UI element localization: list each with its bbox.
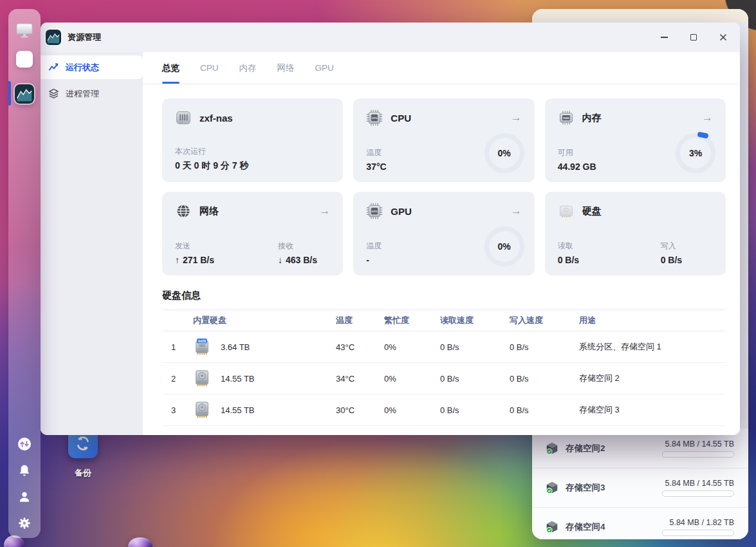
tab-memory[interactable]: 内存 — [239, 52, 257, 84]
user-icon[interactable] — [17, 490, 32, 504]
tab-cpu[interactable]: CPU — [200, 52, 219, 84]
arrow-right-icon[interactable]: → — [511, 111, 522, 124]
download-arrow: ↓ — [278, 255, 282, 265]
nas-device-icon — [175, 109, 192, 126]
disk-read: 0 B/s — [440, 405, 510, 415]
card-title: 网络 — [199, 205, 219, 218]
storage-cube-icon — [545, 481, 559, 495]
resource-manager-app-icon — [46, 30, 61, 45]
storage-cube-icon — [545, 520, 559, 534]
col-busy: 繁忙度 — [384, 315, 440, 326]
tab-gpu[interactable]: GPU — [315, 52, 334, 84]
backup-desktop-shortcut[interactable]: 备份 — [67, 429, 99, 479]
table-row[interactable]: 1 fnOSSSD 3.64 TB 43°C 0% 0 B/s 0 B/s 系统… — [162, 331, 726, 363]
storage-pool-list: 存储空间2 5.84 MB / 14.55 TB 存储空间3 5.84 MB /… — [532, 429, 748, 539]
table-row[interactable]: 3 14.55 TB 30°C 0% 0 B/s 0 B/s 存储空间 3 — [162, 394, 726, 426]
arrow-right-icon[interactable]: → — [319, 205, 330, 218]
maximize-icon — [690, 34, 697, 41]
card-title: 内存 — [582, 112, 602, 124]
uptime-value: 0 天 0 时 9 分 7 秒 — [175, 160, 248, 172]
disk-read: 0 B/s — [440, 374, 510, 384]
stat-label: 读取 — [558, 241, 648, 252]
gpu-chip-icon: GPU — [366, 203, 383, 219]
gauge-value: 0% — [498, 241, 511, 252]
sidebar: 运行状态 进程管理 — [41, 52, 143, 435]
maximize-button[interactable] — [685, 28, 703, 46]
sidebar-item-label: 运行状态 — [66, 62, 99, 73]
disk-usage: 系统分区、存储空间 1 — [579, 341, 726, 353]
bell-icon[interactable] — [17, 463, 32, 477]
disk-index: 2 — [162, 374, 193, 384]
table-header: 内置硬盘 温度 繁忙度 读取速度 写入速度 用途 — [162, 310, 726, 331]
window-title: 资源管理 — [68, 32, 101, 43]
svg-text:fnOS: fnOS — [198, 339, 207, 343]
storage-pool-progressbar — [662, 451, 734, 458]
disk-busy: 0% — [384, 405, 440, 415]
cpu-chip-icon: CPU — [366, 109, 383, 126]
sidebar-item-process-management[interactable]: 进程管理 — [41, 82, 143, 106]
col-usage: 用途 — [579, 315, 726, 326]
storage-pool-row[interactable]: 存储空间3 5.84 MB / 14.55 TB — [532, 468, 748, 507]
layers-icon — [48, 88, 59, 99]
storage-pool-row[interactable]: 存储空间4 5.84 MB / 1.82 TB — [532, 507, 748, 539]
host-card: zxf-nas 本次运行 0 天 0 时 9 分 7 秒 — [162, 98, 343, 182]
col-write-speed: 写入速度 — [510, 315, 579, 326]
disk-size: 14.55 TB — [221, 405, 255, 415]
close-icon — [719, 33, 727, 41]
resource-monitor-app-icon[interactable] — [15, 84, 34, 104]
wallpaper-bubble — [128, 537, 152, 547]
line-chart-icon — [48, 62, 59, 73]
hdd-icon — [193, 400, 211, 420]
hard-drive-icon — [558, 203, 575, 219]
tab-overview[interactable]: 总览 — [162, 52, 180, 84]
transfer-icon[interactable] — [17, 437, 32, 451]
table-row[interactable]: 2 14.55 TB 34°C 0% 0 B/s 0 B/s 存储空间 2 — [162, 363, 726, 394]
ssd-fnos-icon: fnOSSSD — [193, 337, 211, 357]
memory-usage-gauge: 3% — [676, 133, 715, 173]
download-value: 463 B/s — [286, 255, 317, 265]
cpu-temp-value: 37°C — [366, 162, 386, 172]
storage-pool-progressbar — [662, 530, 734, 536]
sidebar-item-running-status[interactable]: 运行状态 — [41, 55, 143, 79]
disk-size: 14.55 TB — [221, 374, 255, 384]
stat-label: 温度 — [366, 147, 456, 158]
arrow-right-icon[interactable]: → — [702, 111, 713, 124]
minimize-icon — [661, 37, 668, 38]
gauge-value: 0% — [498, 148, 511, 158]
memory-card[interactable]: RAM 内存 → 可用 44.92 GB — [545, 98, 726, 182]
gpu-usage-gauge: 0% — [484, 227, 524, 266]
tab-network[interactable]: 网络 — [277, 52, 295, 84]
backup-label: 备份 — [67, 467, 99, 479]
arrow-right-icon[interactable]: → — [511, 205, 522, 218]
stat-label: 写入 — [661, 241, 740, 252]
stat-label: 本次运行 — [175, 146, 265, 157]
gpu-card[interactable]: GPU GPU → 温度 - — [353, 192, 534, 275]
gauge-value: 3% — [689, 148, 702, 158]
disk-info-table: 内置硬盘 温度 繁忙度 读取速度 写入速度 用途 1 fnOSSSD 3.64 … — [162, 310, 726, 426]
stat-label: 温度 — [366, 241, 456, 252]
storage-pool-usage: 5.84 MB / 1.82 TB — [669, 518, 734, 527]
gear-icon[interactable] — [17, 516, 32, 530]
disk-write: 0 B/s — [510, 405, 579, 415]
app-grid-icon[interactable] — [16, 51, 33, 68]
disk-write-value: 0 B/s — [661, 255, 682, 265]
minimize-button[interactable] — [655, 28, 673, 46]
titlebar[interactable]: 资源管理 — [41, 23, 740, 52]
network-card[interactable]: 网络 → 发送 ↑ 271 B/s — [162, 192, 343, 275]
close-button[interactable] — [714, 28, 732, 46]
globe-icon — [175, 203, 192, 219]
ram-chip-icon: RAM — [558, 109, 575, 126]
display-icon[interactable] — [16, 23, 33, 39]
disk-card: 硬盘 读取 0 B/s 写入 0 B/s — [545, 192, 726, 275]
disk-read: 0 B/s — [440, 342, 510, 352]
disk-index: 1 — [162, 342, 193, 352]
disk-index: 3 — [162, 405, 193, 415]
storage-pool-usage: 5.84 MB / 14.55 TB — [665, 479, 734, 488]
svg-text:RAM: RAM — [563, 116, 569, 120]
storage-pool-usage: 5.84 MB / 14.55 TB — [665, 440, 734, 449]
cpu-card[interactable]: CPU CPU → 温度 37°C — [353, 98, 534, 182]
resource-manager-window: 资源管理 运行状态 进程管理 — [41, 23, 740, 435]
content-area: 总览 CPU 内存 网络 GPU zxf — [143, 52, 740, 435]
col-internal-disk: 内置硬盘 — [193, 315, 336, 326]
cpu-usage-gauge: 0% — [484, 133, 524, 173]
